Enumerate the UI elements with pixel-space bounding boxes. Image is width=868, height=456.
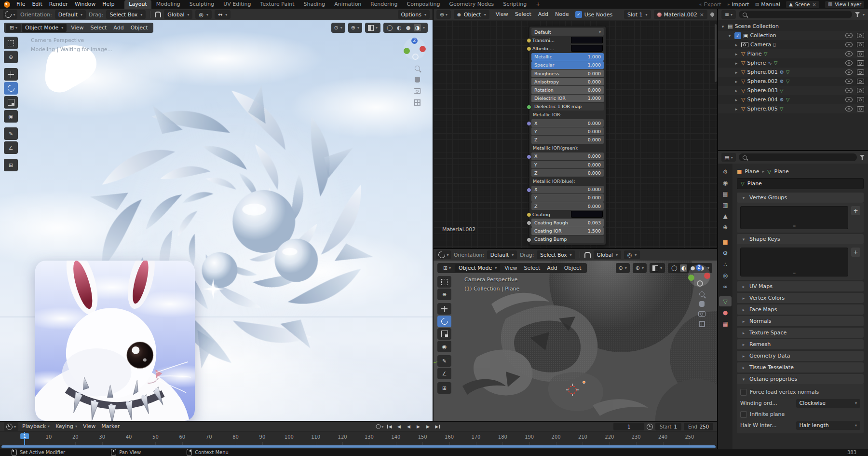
menu-timeline-view[interactable]: View	[80, 422, 98, 431]
use-nodes-toggle[interactable]: ✓ Use Nodes	[575, 11, 613, 18]
menu-vp2-select[interactable]: Select	[520, 264, 543, 273]
menu-node-select[interactable]: Select	[512, 10, 535, 19]
gizmos-toggle[interactable]: ⊙▾	[616, 263, 630, 273]
snap-target-dropdown[interactable]: Global▾	[594, 250, 622, 259]
hide-eye-icon[interactable]	[845, 33, 853, 38]
properties-tab-view-layer[interactable]: ▥	[719, 200, 732, 210]
outliner-row-sphere-001[interactable]: ▸▽Sphere.001⚙▽	[718, 68, 868, 77]
properties-tab-physics[interactable]: ◎	[719, 270, 732, 280]
hide-eye-icon[interactable]	[845, 42, 853, 47]
options-dropdown[interactable]: Options▾	[398, 10, 430, 19]
chevron-right-icon[interactable]: ▸	[733, 107, 739, 111]
active-tool-button[interactable]: ▾	[436, 250, 451, 259]
disable-render-icon[interactable]	[857, 33, 864, 38]
hide-eye-icon[interactable]	[845, 60, 853, 66]
node-row-coating-bump[interactable]: Coating Bump	[531, 235, 604, 243]
menu-top-help[interactable]: Help	[99, 0, 118, 9]
tool-cursor[interactable]: ⊕	[4, 51, 18, 63]
current-frame-field[interactable]: 1	[613, 423, 644, 430]
socket-yellow-icon[interactable]	[527, 46, 531, 51]
menu-top-window[interactable]: Window	[71, 0, 99, 9]
gizmo-x-axis[interactable]	[704, 273, 710, 279]
blender-logo-icon[interactable]	[4, 1, 10, 8]
disable-render-icon[interactable]	[857, 42, 864, 47]
outliner-row-sphere-002[interactable]: ▸▽Sphere.002⚙▽	[718, 77, 868, 86]
menu-node-node[interactable]: Node	[552, 10, 572, 19]
overlays-toggle[interactable]: ⊕▾	[348, 23, 362, 33]
menu-vp2-view[interactable]: View	[501, 264, 520, 273]
outliner-row-sphere-005[interactable]: ▸▽Sphere.005▽	[718, 104, 868, 113]
chevron-down-icon[interactable]: ▾	[727, 33, 732, 38]
tool-scale[interactable]	[437, 328, 451, 340]
color-swatch[interactable]	[571, 37, 603, 43]
disable-render-icon[interactable]	[857, 69, 864, 75]
ortho-grid-icon[interactable]	[699, 321, 705, 327]
section-normals[interactable]: ▸Normals	[737, 316, 864, 326]
viewport-main[interactable]: ⊞▾ Object Mode▾ ViewSelectAddObject ⊙▾ ⊕…	[0, 20, 433, 421]
tool-transform[interactable]: ◉	[437, 341, 451, 352]
node-row-z[interactable]: Z0.000	[531, 169, 604, 177]
hide-eye-icon[interactable]	[845, 97, 853, 102]
disable-render-icon[interactable]	[857, 51, 864, 56]
shader-type-dropdown[interactable]: ●Object▾	[454, 10, 489, 19]
transport-play-forward[interactable]: ▶	[414, 423, 422, 430]
chevron-right-icon[interactable]: ▸	[733, 79, 739, 84]
tool-measure[interactable]: ∠	[437, 368, 451, 379]
use-nodes-checkbox[interactable]: ✓	[575, 11, 582, 18]
shading-wireframe-icon[interactable]: ◯	[386, 24, 393, 31]
section-remesh[interactable]: ▸Remesh	[737, 339, 864, 349]
transport-jump-start[interactable]: ◀	[385, 423, 393, 430]
node-row-y[interactable]: Y0.000	[531, 127, 604, 135]
node-row-coating[interactable]: Coating	[531, 210, 604, 218]
properties-tab-particles[interactable]: ∴	[719, 259, 732, 269]
workspace-tab-layout[interactable]: Layout	[124, 0, 151, 9]
tool-add-cube[interactable]: ⊞	[4, 159, 18, 171]
hair-interpolation-dropdown[interactable]: Hair length▾	[796, 421, 860, 430]
editor-type-button[interactable]: ⊚▾	[436, 10, 451, 19]
disable-render-icon[interactable]	[857, 106, 864, 111]
unlink-scene-icon[interactable]: ×	[812, 2, 816, 7]
xray-toggle[interactable]: ▾	[650, 263, 665, 273]
workspace-tab-animation[interactable]: Animation	[330, 0, 366, 9]
properties-tab-render[interactable]: ◉	[719, 178, 732, 188]
chevron-right-icon[interactable]: ▸	[733, 70, 739, 75]
mode-dropdown[interactable]: Object Mode▾	[22, 24, 67, 32]
node-row-y[interactable]: Y0.000	[531, 194, 604, 202]
disable-render-icon[interactable]	[857, 88, 864, 93]
properties-tab-object[interactable]: ■	[719, 237, 732, 247]
editor-type-button[interactable]: ▤▾	[721, 153, 736, 162]
menu-vp1-add[interactable]: Add	[110, 24, 127, 32]
hide-eye-icon[interactable]	[845, 106, 853, 111]
menu-timeline-playback[interactable]: Playback▾	[19, 422, 53, 431]
section-vertex-groups[interactable]: ▾Vertex Groups	[737, 193, 864, 203]
transport-jump-end[interactable]: ▶	[434, 423, 442, 430]
properties-tab-data[interactable]: ▽	[719, 296, 732, 306]
frame-start-field[interactable]: Start1	[655, 423, 681, 430]
shading-material-icon[interactable]: ●	[405, 24, 412, 31]
node-row-x[interactable]: X0.000	[531, 119, 604, 127]
record-button[interactable]: ▾	[376, 423, 384, 430]
tool-move[interactable]	[437, 303, 451, 315]
node-row-z[interactable]: Z0.000	[531, 202, 604, 210]
timeline-scrollbar[interactable]	[0, 445, 717, 449]
workspace-tab-sculpting[interactable]: Sculpting	[185, 0, 218, 9]
gizmo-negative-axis[interactable]	[412, 54, 419, 60]
winding-order-dropdown[interactable]: Clockwise▾	[796, 399, 860, 408]
shading-solid-icon[interactable]: ◐	[680, 264, 687, 272]
node-row-y[interactable]: Y0.000	[531, 161, 604, 168]
properties-tab-texture[interactable]: ▦	[719, 318, 732, 329]
menu-node-add[interactable]: Add	[535, 10, 552, 19]
tool-cursor[interactable]: ⊕	[437, 289, 451, 300]
gizmo-y-axis[interactable]	[404, 48, 410, 54]
tool-measure[interactable]: ∠	[4, 141, 18, 154]
node-row-specular[interactable]: Specular1.000	[531, 61, 604, 69]
section-texture-space[interactable]: ▸Texture Space	[737, 328, 864, 338]
transport-next-keyframe[interactable]: ▶	[424, 423, 432, 430]
scene-selector[interactable]: ▲Scene×	[786, 1, 819, 8]
camera-view-icon[interactable]	[414, 88, 421, 94]
outliner-row-sphere[interactable]: ▸▽Sphere∿▽	[718, 58, 868, 68]
section-vertex-colors[interactable]: ▸Vertex Colors	[737, 293, 864, 303]
outliner-row-scene-collection[interactable]: ▾▤Scene Collection	[718, 22, 868, 31]
tool-move[interactable]	[4, 68, 18, 81]
tool-transform[interactable]: ◉	[4, 110, 18, 123]
